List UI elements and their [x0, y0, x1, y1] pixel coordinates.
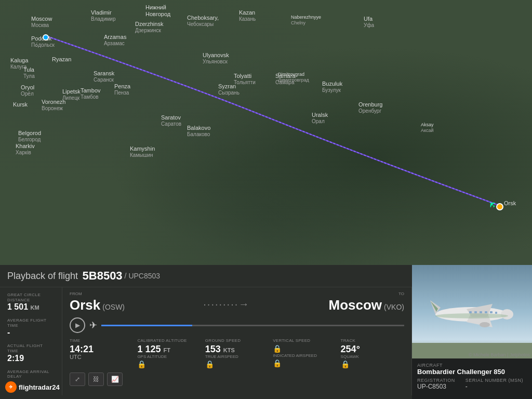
to-iata: (VKO) [384, 303, 404, 311]
info-panel: Playback of flight 5B8503 / UPC8503 GREA… [0, 265, 412, 399]
fr24-circle: ✈ [5, 381, 17, 393]
calibrated-alt-value: 1 125 FT [137, 344, 201, 354]
playback-label: Playback of flight [7, 271, 78, 282]
aircraft-type-label: AIRCRAFT [417, 363, 527, 368]
route-header: FROM Orsk (OSW) ·········→ TO Moscow (VK… [70, 291, 404, 313]
to-label: TO [329, 291, 404, 296]
logo-area: ✈ flightradar24 [5, 381, 60, 393]
progress-bar[interactable] [101, 325, 404, 326]
city-ulyanovsk: UlyanovskУльяновск [203, 52, 229, 65]
actual-flight-time-value: 2:19 [7, 354, 55, 363]
city-balakovo: BalakovoБалаково [187, 125, 210, 138]
aircraft-reg-row: REGISTRATION UP-C8503 SERIAL NUMBER (MSN… [417, 378, 527, 390]
svg-point-7 [480, 322, 490, 327]
track-value: 254° [341, 344, 404, 354]
city-buzuluk: BuzulukБузулук [322, 81, 342, 94]
flight-data-grid: TIME 14:21 UTC CALIBRATED ALTITUDE 1 125… [70, 338, 404, 368]
city-oryol: OryolОрёл [21, 84, 34, 97]
ground-speed-sub: TRUE AIRSPEED [205, 354, 269, 359]
aircraft-photo-panel: © Michele Barban | Jetphotos AIRCRAFT Bo… [412, 265, 532, 399]
registration-block: REGISTRATION UP-C8503 [417, 378, 455, 390]
serial-value: - [466, 383, 523, 390]
svg-rect-12 [485, 311, 487, 313]
svg-rect-13 [490, 311, 493, 313]
calibrated-alt-sub: GPS ALTITUDE [137, 354, 201, 359]
city-uralsk: UralskОрал [312, 112, 328, 125]
registration-value: UP-C8503 [417, 383, 455, 390]
svg-point-16 [435, 313, 508, 318]
chart-button[interactable]: 📈 [107, 373, 123, 386]
calibrated-alt-lock: 🔒 [137, 360, 201, 368]
ground-speed-value: 153 KTS [205, 344, 269, 354]
city-ryazan: Ryazan [52, 56, 71, 63]
city-orenburg: OrenburgОренбург [358, 101, 382, 114]
from-block: FROM Orsk (OSW) [70, 291, 125, 313]
great-circle-value: 1 501 KM [7, 302, 55, 312]
route-arrow: ·········→ [125, 298, 329, 313]
time-cell: TIME 14:21 UTC [70, 338, 133, 368]
city-saratov: SaratovСаратов [161, 114, 181, 127]
flight-path-svg [0, 0, 532, 265]
svg-point-3 [501, 309, 513, 320]
vertical-speed-cell: VERTICAL SPEED 🔒 INDICATED AIRSPEED 🔒 [273, 338, 336, 368]
upc-code: / UPC8503 [125, 272, 160, 280]
avg-flight-time-block: AVERAGE FLIGHT TIME - [7, 318, 55, 337]
map-area[interactable]: MoscowМосква PodolskПо́дольск KalugaКалу… [0, 0, 532, 265]
city-tula: TulaТула [23, 66, 35, 79]
plane-silhouette [412, 265, 532, 358]
city-naberezhnyye: NaberezhnyyeChelny [291, 15, 321, 26]
great-circle-block: GREAT CIRCLE DISTANCE 1 501 KM [7, 292, 55, 312]
aircraft-name: Bombardier Challenger 850 [417, 368, 527, 376]
svg-rect-14 [495, 312, 497, 314]
city-kharkiv: KharkivХарків [16, 143, 35, 156]
playback-bar: ▶ ✈ [70, 317, 404, 333]
aircraft-info: AIRCRAFT Bombardier Challenger 850 REGIS… [412, 358, 532, 399]
city-aksay: AksayАксай [421, 122, 434, 134]
from-iata: (OSW) [102, 303, 125, 311]
city-penza: PenzaПенза [114, 83, 130, 96]
progress-bar-fill [101, 325, 192, 326]
fr24-text: flightradar24 [19, 383, 60, 391]
avg-arrival-delay-label: AVERAGE ARRIVAL DELAY [7, 369, 55, 379]
city-moscow: MoscowМосква [31, 16, 52, 29]
ground-speed-label: GROUND SPEED [205, 338, 269, 343]
city-cheboksary: Cheboksary,Чебоксары [187, 15, 219, 28]
to-city: Moscow [329, 297, 382, 313]
svg-rect-11 [480, 311, 482, 313]
city-nizhny: НижнийНовгород [145, 4, 170, 18]
time-label: TIME [70, 338, 133, 343]
time-value: 14:21 [70, 344, 133, 354]
indicated-airspeed-lock: 🔒 [273, 359, 336, 367]
ground-speed-cell: GROUND SPEED 153 KTS TRUE AIRSPEED 🔒 [205, 338, 269, 368]
time-unit: UTC [70, 354, 133, 360]
city-orsk-label: Orsk [504, 200, 516, 207]
link-button[interactable]: ⛓ [88, 373, 104, 386]
origin-moscow [41, 32, 51, 43]
expand-button[interactable]: ⤢ [70, 373, 85, 386]
serial-block: SERIAL NUMBER (MSN) - [466, 378, 523, 390]
photo-credit: © Michele Barban | Jetphotos [469, 352, 530, 357]
calibrated-alt-label: CALIBRATED ALTITUDE [137, 338, 201, 343]
aircraft-type-row: AIRCRAFT Bombardier Challenger 850 [417, 363, 527, 376]
actual-flight-time-block: ACTUAL FLIGHT TIME 2:19 [7, 343, 55, 363]
data-section: GREAT CIRCLE DISTANCE 1 501 KM AVERAGE F… [0, 287, 412, 395]
left-stats: GREAT CIRCLE DISTANCE 1 501 KM AVERAGE F… [0, 287, 62, 395]
track-sub: SQUAWK [341, 354, 404, 359]
city-saransk: SaranskСаранск [94, 70, 114, 83]
city-belgorod: BelgorodБелгород [18, 130, 41, 143]
serial-label: SERIAL NUMBER (MSN) [466, 378, 523, 383]
city-arzamas: ArzamasАрзамас [104, 34, 126, 47]
city-vladimir: VladimirВладимир [91, 9, 116, 22]
avg-flight-time-label: AVERAGE FLIGHT TIME [7, 318, 55, 328]
city-kamyshin: KamyshinКамышин [130, 145, 155, 158]
svg-rect-9 [469, 311, 472, 313]
from-label: FROM [70, 291, 125, 296]
city-kursk: Kursk [13, 101, 28, 108]
play-button[interactable]: ▶ [70, 317, 85, 333]
middle-section: FROM Orsk (OSW) ·········→ TO Moscow (VK… [62, 287, 412, 395]
title-bar: Playback of flight 5B8503 / UPC8503 [0, 265, 412, 287]
plane-photo-background: © Michele Barban | Jetphotos [412, 265, 532, 358]
actual-flight-time-label: ACTUAL FLIGHT TIME [7, 343, 55, 353]
avg-flight-time-value: - [7, 328, 55, 337]
ground-speed-lock: 🔒 [205, 360, 269, 368]
